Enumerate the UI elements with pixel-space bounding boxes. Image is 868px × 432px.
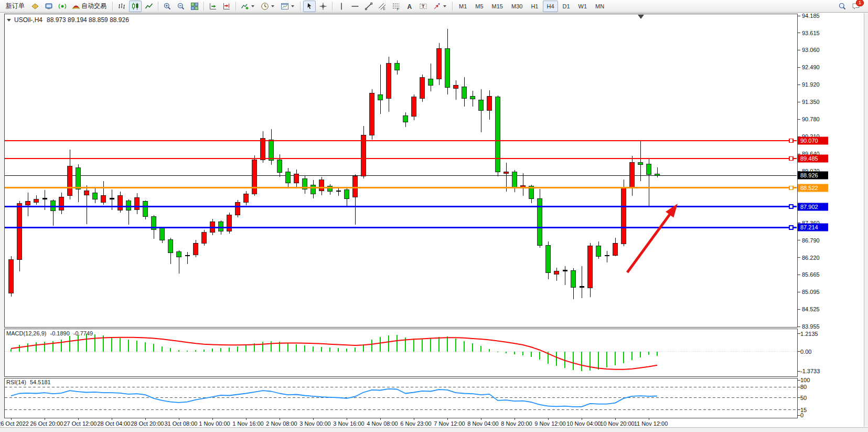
macd-value-main: -0.1890 bbox=[50, 330, 69, 336]
notifications-button[interactable]: 1 bbox=[850, 1, 862, 12]
arrows-button[interactable] bbox=[431, 1, 449, 12]
toolbar: 新订单自动交易EFATM1M5M15M30H1H4D1W1MN 1 bbox=[0, 0, 868, 13]
tf-h1-button-label: H1 bbox=[531, 3, 538, 9]
macd-axis-label: 1.2135 bbox=[800, 331, 818, 337]
tf-m5-button[interactable]: M5 bbox=[471, 1, 487, 12]
zoom-in-icon bbox=[163, 2, 172, 10]
tile-windows-button[interactable] bbox=[188, 1, 201, 12]
toolbar-separator bbox=[235, 2, 236, 11]
time-tick-label: 11 Nov 12:00 bbox=[634, 420, 668, 427]
dropdown-arrow-icon[interactable] bbox=[291, 5, 294, 7]
text-label-button[interactable]: T bbox=[417, 1, 430, 12]
clock-icon bbox=[261, 2, 269, 10]
macd-axis-label: -1.3733 bbox=[800, 368, 820, 374]
time-tick-label: 31 Oct 08:00 bbox=[165, 420, 198, 427]
tf-mn-button[interactable]: MN bbox=[592, 1, 608, 12]
trendline-button[interactable] bbox=[362, 1, 375, 12]
toolbar-right: 1 bbox=[835, 1, 863, 12]
tf-d1-button[interactable]: D1 bbox=[559, 1, 574, 12]
price-tick-label: 91.350 bbox=[802, 99, 820, 105]
arrows-icon bbox=[433, 2, 441, 10]
signal-icon bbox=[58, 2, 67, 10]
chart-shift-icon bbox=[222, 2, 231, 10]
zoom-out-icon bbox=[177, 2, 185, 10]
chart-shift-button[interactable] bbox=[220, 1, 233, 12]
tf-m5-button-label: M5 bbox=[475, 3, 483, 9]
text-label-icon: T bbox=[419, 2, 427, 10]
terminal-button[interactable] bbox=[42, 1, 55, 12]
dropdown-arrow-icon[interactable] bbox=[443, 5, 446, 7]
dropdown-arrow-icon[interactable] bbox=[251, 5, 254, 7]
new-order-button-label: 新订单 bbox=[6, 2, 25, 10]
market-watch-button[interactable] bbox=[29, 1, 41, 12]
toolbar-separator bbox=[332, 2, 333, 11]
price-line-badge-89.485: 89.485 bbox=[798, 154, 828, 162]
tile-icon bbox=[190, 2, 199, 10]
new-order-button[interactable]: 新订单 bbox=[3, 1, 28, 12]
time-tick-label: 1 Nov 16:00 bbox=[232, 420, 263, 427]
crosshair-button[interactable] bbox=[317, 1, 329, 12]
tf-m30-button[interactable]: M30 bbox=[508, 1, 526, 12]
auto-trading-button[interactable]: 自动交易 bbox=[70, 1, 110, 12]
tf-h1-button[interactable]: H1 bbox=[527, 1, 542, 12]
zoom-out-button[interactable] bbox=[175, 1, 187, 12]
templates-button[interactable] bbox=[278, 1, 297, 12]
auto-scroll-button[interactable] bbox=[207, 1, 219, 12]
time-tick-label: 1 Nov 00:00 bbox=[199, 420, 230, 427]
bar-chart-button[interactable] bbox=[115, 1, 128, 12]
tf-m1-button-label: M1 bbox=[459, 3, 467, 9]
notification-badge: 1 bbox=[856, 0, 864, 6]
collapse-icon[interactable] bbox=[7, 19, 11, 22]
candlestick-chart-button[interactable] bbox=[129, 1, 142, 12]
indicators-button[interactable] bbox=[239, 1, 258, 12]
price-tick-label: 93.060 bbox=[802, 47, 820, 53]
time-tick-label: 9 Nov 12:00 bbox=[534, 420, 565, 427]
macd-indicator-label: MACD(12,26,9) -0.1890 -0.7749 bbox=[6, 330, 95, 336]
search-button[interactable] bbox=[836, 1, 849, 12]
tf-h4-button[interactable]: H4 bbox=[543, 1, 558, 12]
hline-icon bbox=[351, 2, 359, 10]
rsi-indicator-label: RSI(14) 54.5181 bbox=[6, 379, 53, 385]
toolbar-separator bbox=[158, 2, 158, 11]
time-tick-label: 4 Nov 08:00 bbox=[367, 420, 398, 427]
time-tick-label: 28 Oct 20:00 bbox=[131, 420, 164, 427]
tf-w1-button[interactable]: W1 bbox=[575, 1, 591, 12]
rsi-axis-label: 80 bbox=[800, 384, 807, 390]
time-tick-label: 10 Nov 04:00 bbox=[566, 420, 601, 427]
tf-h4-button-label: H4 bbox=[546, 3, 554, 9]
vertical-line-button[interactable] bbox=[335, 1, 348, 12]
bars-icon bbox=[117, 2, 126, 10]
trendline-icon bbox=[365, 2, 373, 10]
time-tick-label: 2 Nov 08:00 bbox=[266, 420, 297, 427]
time-tick-label: 8 Nov 20:00 bbox=[501, 420, 532, 427]
monitor-icon bbox=[45, 2, 53, 10]
price-line-badge-87.902: 87.902 bbox=[798, 203, 828, 210]
fibonacci-button[interactable]: F bbox=[390, 1, 402, 12]
price-tick-label: 85.095 bbox=[802, 289, 820, 295]
equidistant-channel-button[interactable]: E bbox=[376, 1, 389, 12]
chart-canvas[interactable] bbox=[0, 0, 868, 432]
price-line-badge-87.214: 87.214 bbox=[798, 224, 828, 231]
cursor-button[interactable] bbox=[303, 1, 316, 12]
tf-m30-button-label: M30 bbox=[511, 3, 522, 9]
price-line-badge-88.522: 88.522 bbox=[798, 184, 828, 192]
fibo-icon: F bbox=[392, 2, 400, 10]
rsi-value: 54.5181 bbox=[30, 379, 51, 385]
text-button[interactable]: A bbox=[403, 1, 416, 12]
dropdown-arrow-icon[interactable] bbox=[271, 5, 274, 7]
signals-button[interactable] bbox=[56, 1, 69, 12]
periods-button[interactable] bbox=[259, 1, 277, 12]
price-tick-label: 94.185 bbox=[802, 13, 820, 19]
tf-m1-button[interactable]: M1 bbox=[455, 1, 470, 12]
price-tick-label: 83.955 bbox=[802, 323, 820, 330]
macd-axis-label: 0.00 bbox=[800, 349, 811, 355]
time-tick-label: 26 Oct 20:00 bbox=[30, 420, 63, 427]
zoom-in-button[interactable] bbox=[161, 1, 174, 12]
text-a-icon: A bbox=[405, 2, 414, 10]
line-chart-button[interactable] bbox=[143, 1, 155, 12]
horizontal-line-button[interactable] bbox=[349, 1, 361, 12]
tf-m15-button[interactable]: M15 bbox=[488, 1, 507, 12]
toolbar-separator bbox=[300, 2, 301, 11]
time-tick-label: 3 Nov 16:00 bbox=[333, 420, 364, 427]
line-icon bbox=[145, 2, 153, 10]
